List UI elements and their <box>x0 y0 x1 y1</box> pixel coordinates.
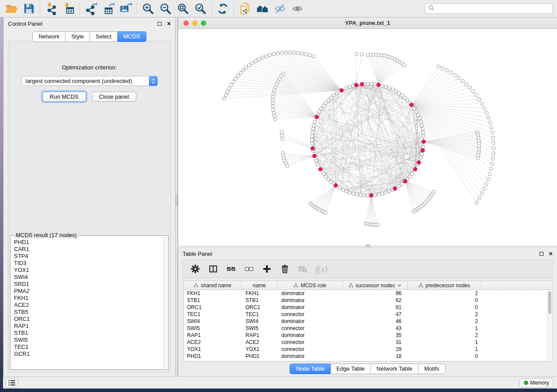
optimization-criterion-dropdown[interactable]: largest connected component (undirected) <box>21 76 158 86</box>
mcds-result-item[interactable]: SWI5 <box>14 337 163 344</box>
mcds-result-list: PHD1CAR1STP4TID3YOX1SWI4SRD1PMA2FKH1ACE2… <box>11 236 163 369</box>
zoom-in-button[interactable] <box>139 1 157 16</box>
window-close-traffic-light[interactable] <box>183 21 189 26</box>
tab-select[interactable]: Select <box>90 31 118 42</box>
mcds-result-item[interactable]: SRD1 <box>14 281 163 288</box>
select-all-button[interactable] <box>226 264 236 274</box>
search-input[interactable] <box>434 4 552 13</box>
cell-MCDS-role: dominator <box>277 304 343 311</box>
deselect-all-icon <box>244 264 254 274</box>
mcds-result-item[interactable]: SWI4 <box>14 274 163 281</box>
table-row[interactable]: ACE2ACE2connector311 <box>184 339 552 346</box>
refresh-view-button[interactable] <box>214 1 232 16</box>
cell-shared-name: SWI5 <box>184 325 242 332</box>
column-header-MCDS-role[interactable]: MCDS role <box>277 281 343 289</box>
delete-column-icon <box>280 264 290 274</box>
table-row[interactable]: RAP1RAP1dominator352 <box>184 332 552 339</box>
column-attribute-icon <box>419 283 423 288</box>
search-field[interactable] <box>425 3 553 14</box>
mcds-result-item[interactable]: TID3 <box>14 260 163 267</box>
cell-MCDS-role: dominator <box>277 332 343 339</box>
cell-successor-nodes: 29 <box>343 346 408 353</box>
network-view-window: YPA_prune.txt_1 <box>178 17 557 246</box>
add-column-button[interactable] <box>262 264 272 274</box>
open-file-button[interactable] <box>3 1 20 16</box>
network-graph[interactable] <box>179 29 557 245</box>
table-row[interactable]: ORC1ORC1dominator610 <box>184 304 552 311</box>
tab-mcds[interactable]: MCDS <box>118 31 146 42</box>
tab-network-table[interactable]: Network Table <box>371 364 419 374</box>
column-header-label: predecessor nodes <box>426 282 470 289</box>
show-panels-menu-button[interactable] <box>6 378 18 388</box>
window-zoom-traffic-light[interactable] <box>201 21 206 26</box>
memory-status-icon <box>524 381 528 385</box>
column-header-shared-name[interactable]: shared name <box>184 281 242 289</box>
gear-button[interactable] <box>190 264 201 274</box>
table-row[interactable]: STB1STB1dominator620 <box>184 297 552 304</box>
mcds-result-item[interactable]: YOX1 <box>14 267 163 274</box>
tab-network[interactable]: Network <box>32 31 66 42</box>
toolbar-separator <box>211 3 212 15</box>
network-canvas[interactable] <box>179 29 557 245</box>
first-neighbors-button[interactable] <box>254 1 271 16</box>
gear-icon <box>190 264 200 274</box>
mcds-result-item[interactable]: STB1 <box>14 330 163 337</box>
table-row[interactable]: PHD1PHD1dominator180 <box>184 353 552 360</box>
delete-table-button <box>298 264 308 274</box>
table-row[interactable]: SWI5SWI5connector431 <box>184 325 552 332</box>
screen: Control Panel × NetworkStyleSelectMCDS O… <box>0 0 557 392</box>
mcds-result-item[interactable]: PMA2 <box>14 288 163 295</box>
column-visibility-button[interactable] <box>208 264 218 274</box>
close-panel-icon[interactable]: × <box>167 21 171 26</box>
table-panel: Table Panel × f(x) shared namenameMCDS r… <box>178 248 557 376</box>
table-row[interactable]: FKH1FKH1dominator962 <box>184 290 552 297</box>
memory-button[interactable]: Memory <box>519 378 554 388</box>
export-image-button[interactable] <box>117 1 135 16</box>
export-network-icon <box>84 2 97 15</box>
hide-selected-button[interactable] <box>271 1 289 16</box>
tab-style[interactable]: Style <box>66 31 90 42</box>
window-minimize-traffic-light[interactable] <box>192 21 197 26</box>
tab-edge-table[interactable]: Edge Table <box>331 364 371 374</box>
column-header-predecessor-nodes[interactable]: predecessor nodes <box>408 281 481 289</box>
tab-motifs[interactable]: Motifs <box>419 364 446 374</box>
table-row[interactable]: YOX1YOX1connector291 <box>184 346 552 353</box>
mcds-result-item[interactable]: ORC1 <box>14 316 163 323</box>
export-table-button[interactable] <box>100 1 117 16</box>
result-list-scrollbar[interactable] <box>163 236 168 369</box>
import-table-button[interactable] <box>60 1 77 16</box>
mcds-result-item[interactable]: STB5 <box>14 309 163 316</box>
table-row[interactable]: TEC1TEC1connector472 <box>184 311 552 318</box>
delete-column-button[interactable] <box>280 264 290 274</box>
zoom-out-button[interactable] <box>157 1 174 16</box>
column-header-successor-nodes[interactable]: successor nodes <box>343 281 408 289</box>
deselect-all-button[interactable] <box>244 264 254 274</box>
show-all-button[interactable] <box>289 1 306 16</box>
tab-node-table[interactable]: Node Table <box>290 364 331 374</box>
run-mcds-button[interactable]: Run MCDS <box>42 92 86 102</box>
zoom-fit-button[interactable] <box>174 1 192 16</box>
copy-network-button[interactable] <box>236 1 254 16</box>
export-network-button[interactable] <box>82 1 100 16</box>
close-panel-button[interactable]: Close panel <box>92 92 137 102</box>
float-window-icon[interactable] <box>540 252 543 256</box>
table-body: FKH1FKH1dominator962STB1STB1dominator620… <box>184 290 552 360</box>
mcds-result-item[interactable]: FKH1 <box>14 295 163 302</box>
desktop-wallpaper-left <box>0 17 3 389</box>
column-header-name[interactable]: name <box>242 281 277 289</box>
save-session-button[interactable] <box>20 1 38 16</box>
close-panel-icon[interactable]: × <box>549 251 553 256</box>
zoom-selected-button[interactable] <box>192 1 209 16</box>
float-window-icon[interactable] <box>158 22 162 26</box>
mcds-result-item[interactable]: RAP1 <box>14 323 163 330</box>
table-row[interactable]: SWI4SWI4dominator462 <box>184 318 552 325</box>
mcds-result-item[interactable]: PHD1 <box>14 239 163 246</box>
mcds-result-item[interactable]: CAR1 <box>14 246 163 253</box>
mcds-result-item[interactable]: GCR1 <box>14 351 163 358</box>
mcds-result-item[interactable]: TEC1 <box>14 344 163 351</box>
mcds-result-item[interactable]: ACE2 <box>14 302 163 309</box>
import-network-button[interactable] <box>42 1 60 16</box>
table-scrollbar[interactable] <box>547 290 552 361</box>
scrollbar-thumb[interactable] <box>548 291 551 314</box>
mcds-result-item[interactable]: STP4 <box>14 253 163 260</box>
